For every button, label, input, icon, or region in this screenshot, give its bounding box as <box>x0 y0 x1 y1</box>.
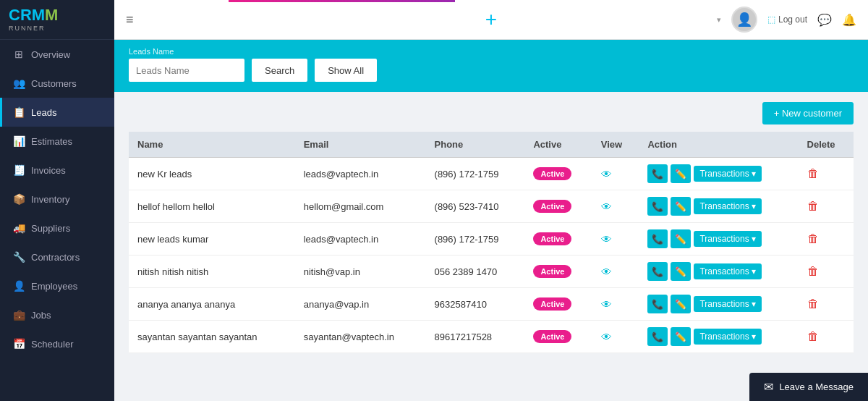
edit-button[interactable]: ✏️ <box>671 262 691 281</box>
cell-name: ananya ananya ananya <box>129 288 295 321</box>
cell-delete: 🗑 <box>799 158 854 190</box>
cell-action: 📞 ✏️ Transactions ▾ <box>639 321 798 353</box>
cell-view: 👁 <box>592 158 639 190</box>
sidebar-label-suppliers: Suppliers <box>31 223 70 234</box>
sidebar-item-employees[interactable]: 👤Employees <box>0 271 114 300</box>
topbar-center: + <box>485 9 497 30</box>
cell-view: 👁 <box>592 223 639 256</box>
leads-name-input[interactable] <box>129 59 244 82</box>
sidebar: CRMM RUNNER ⊞Overview👥Customers📋Leads📊Es… <box>0 0 114 401</box>
content-header: + New customer <box>129 102 854 124</box>
status-badge: Active <box>533 297 571 311</box>
cell-action: 📞 ✏️ Transactions ▾ <box>639 158 798 190</box>
cell-phone: 9632587410 <box>426 288 525 321</box>
col-name: Name <box>129 132 295 158</box>
cell-action: 📞 ✏️ Transactions ▾ <box>639 288 798 321</box>
col-phone: Phone <box>426 132 525 158</box>
leave-message-bar[interactable]: ✉ Leave a Message <box>749 373 868 401</box>
employees-icon: 👤 <box>12 280 25 292</box>
sidebar-item-estimates[interactable]: 📊Estimates <box>0 127 114 156</box>
status-badge: Active <box>533 232 571 245</box>
leads-icon: 📋 <box>12 106 25 118</box>
col-view: View <box>592 132 639 158</box>
sidebar-item-invoices[interactable]: 🧾Invoices <box>0 156 114 185</box>
sidebar-label-contractors: Contractors <box>31 252 80 263</box>
cell-email: leads@vaptech.in <box>295 158 426 190</box>
status-badge: Active <box>533 330 571 343</box>
leave-message-label: Leave a Message <box>779 381 854 392</box>
view-icon[interactable]: 👁 <box>601 168 612 180</box>
chat-icon[interactable]: 💬 <box>817 13 832 27</box>
call-button[interactable]: 📞 <box>647 197 668 216</box>
col-active: Active <box>524 132 592 158</box>
sidebar-item-leads[interactable]: 📋Leads <box>0 98 114 127</box>
cell-phone: 056 2389 1470 <box>426 256 525 288</box>
customers-icon: 👥 <box>12 77 25 89</box>
call-button[interactable]: 📞 <box>647 327 668 346</box>
status-badge: Active <box>533 265 571 278</box>
view-icon[interactable]: 👁 <box>601 331 612 343</box>
call-button[interactable]: 📞 <box>647 164 668 183</box>
new-customer-button[interactable]: + New customer <box>762 102 854 124</box>
table-row: hellof hellom hellolhellom@gmail.com(896… <box>129 190 854 223</box>
cell-delete: 🗑 <box>799 256 854 288</box>
edit-button[interactable]: ✏️ <box>671 197 691 216</box>
table-row: ananya ananya ananyaananya@vap.in9632587… <box>129 288 854 321</box>
sidebar-item-inventory[interactable]: 📦Inventory <box>0 185 114 214</box>
search-button[interactable]: Search <box>252 59 307 82</box>
view-icon[interactable]: 👁 <box>601 200 612 213</box>
action-buttons: 📞 ✏️ Transactions ▾ <box>647 164 789 183</box>
main-area: ≡ + ▾ 👤 ⬚ Log out 💬 🔔 Leads Name Search … <box>114 0 868 401</box>
col-email: Email <box>295 132 426 158</box>
view-icon[interactable]: 👁 <box>601 298 612 311</box>
leads-table: NameEmailPhoneActiveViewActionDelete new… <box>129 132 854 353</box>
transactions-button[interactable]: Transactions ▾ <box>694 166 762 182</box>
cell-name: sayantan sayantan sayantan <box>129 321 295 353</box>
edit-button[interactable]: ✏️ <box>671 164 691 183</box>
delete-button[interactable]: 🗑 <box>807 297 819 311</box>
call-button[interactable]: 📞 <box>647 262 668 281</box>
sidebar-item-scheduler[interactable]: 📅Scheduler <box>0 329 114 358</box>
transactions-button[interactable]: Transactions ▾ <box>694 231 762 247</box>
delete-button[interactable]: 🗑 <box>807 232 819 245</box>
transactions-button[interactable]: Transactions ▾ <box>694 329 762 345</box>
delete-button[interactable]: 🗑 <box>807 265 819 278</box>
show-all-button[interactable]: Show All <box>315 59 377 82</box>
cell-email: hellom@gmail.com <box>295 190 426 223</box>
edit-button[interactable]: ✏️ <box>671 327 691 346</box>
cell-view: 👁 <box>592 256 639 288</box>
call-button[interactable]: 📞 <box>647 229 668 248</box>
sidebar-label-scheduler: Scheduler <box>31 339 74 350</box>
view-icon[interactable]: 👁 <box>601 266 612 278</box>
table-row: new Kr leadsleads@vaptech.in(896) 172-17… <box>129 158 854 190</box>
hamburger-menu[interactable]: ≡ <box>126 12 134 28</box>
transactions-button[interactable]: Transactions ▾ <box>694 296 762 312</box>
delete-button[interactable]: 🗑 <box>807 200 819 213</box>
cell-phone: (896) 172-1759 <box>426 158 525 190</box>
sidebar-label-estimates: Estimates <box>31 136 72 147</box>
view-icon[interactable]: 👁 <box>601 233 612 245</box>
filter-label: Leads Name <box>129 47 244 56</box>
cell-name: new Kr leads <box>129 158 295 190</box>
edit-button[interactable]: ✏️ <box>671 229 691 248</box>
call-button[interactable]: 📞 <box>647 295 668 313</box>
logout-label: Log out <box>778 14 807 25</box>
sidebar-item-suppliers[interactable]: 🚚Suppliers <box>0 214 114 242</box>
notification-icon[interactable]: 🔔 <box>842 13 856 27</box>
cell-email: sayantan@vaptech.in <box>295 321 426 353</box>
sidebar-item-jobs[interactable]: 💼Jobs <box>0 300 114 329</box>
transactions-button[interactable]: Transactions ▾ <box>694 198 762 214</box>
delete-button[interactable]: 🗑 <box>807 330 819 343</box>
edit-button[interactable]: ✏️ <box>671 295 691 313</box>
sidebar-item-overview[interactable]: ⊞Overview <box>0 40 114 69</box>
sidebar-item-customers[interactable]: 👥Customers <box>0 69 114 98</box>
logout-button[interactable]: ⬚ Log out <box>767 14 807 25</box>
filter-field: Leads Name <box>129 47 244 82</box>
transactions-button[interactable]: Transactions ▾ <box>694 263 762 279</box>
sidebar-label-jobs: Jobs <box>31 310 51 321</box>
delete-button[interactable]: 🗑 <box>807 167 819 180</box>
status-badge: Active <box>533 167 571 180</box>
table-header: NameEmailPhoneActiveViewActionDelete <box>129 132 854 158</box>
add-button[interactable]: + <box>485 9 497 30</box>
sidebar-item-contractors[interactable]: 🔧Contractors <box>0 242 114 271</box>
